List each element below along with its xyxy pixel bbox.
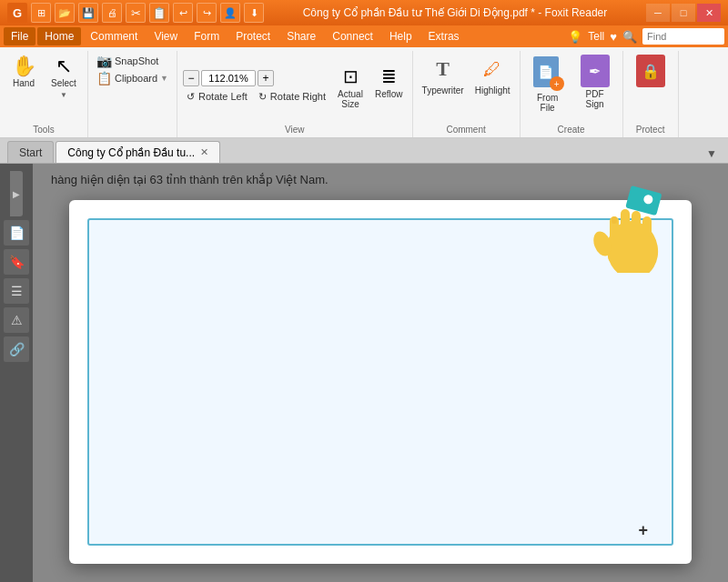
ribbon-group-comment: T Typewriter 🖊 Highlight Comment	[413, 51, 521, 137]
clipboard-arrow-icon: ▼	[160, 74, 168, 83]
rotate-left-label: Rotate Left	[198, 91, 248, 102]
main-area: ▶ 📄 🔖 ☰ ⚠ 🔗 hàng hiện diện tại 63 tỉnh t…	[0, 164, 728, 582]
undo-btn[interactable]: ↩	[173, 3, 193, 23]
pdf-sign-label: PDFSign	[586, 89, 604, 109]
view-group-label: View	[285, 123, 305, 137]
print-btn[interactable]: 🖨	[102, 3, 122, 23]
rotate-right-label: Rotate Right	[270, 91, 326, 102]
menu-connect[interactable]: Connect	[325, 27, 380, 45]
title-bar: G ⊞ 📂 💾 🖨 ✂ 📋 ↩ ↪ 👤 ⬇ Công ty Cổ phần Đầ…	[0, 0, 728, 25]
tb-icon6[interactable]: 📋	[149, 3, 169, 23]
tab-document-label: Công ty Cổ phần Đầu tu...	[67, 146, 195, 159]
view-large-btns: ⊡ ActualSize ≣ Reflow	[333, 62, 407, 113]
comment-content: T Typewriter 🖊 Highlight	[419, 51, 514, 123]
ribbon-group-tools: ✋ Hand ↖ Select ▼ Tools	[0, 51, 88, 137]
tab-start[interactable]: Start	[7, 141, 54, 163]
menu-form[interactable]: Form	[187, 27, 227, 45]
zoom-in-btn[interactable]: +	[258, 70, 274, 86]
maximize-btn[interactable]: □	[672, 4, 695, 22]
menu-share[interactable]: Share	[279, 27, 323, 45]
tabs-bar: Start Công ty Cổ phần Đầu tu... ✕ ▼	[0, 138, 728, 164]
tab-start-label: Start	[19, 146, 42, 159]
tell-label[interactable]: Tell	[588, 30, 604, 43]
tab-scroll-icon[interactable]: ▼	[703, 145, 721, 163]
sidebar-icon-bookmark[interactable]: 🔖	[4, 249, 29, 275]
open-btn[interactable]: 📂	[55, 3, 75, 23]
menu-view[interactable]: View	[147, 27, 185, 45]
menu-help[interactable]: Help	[382, 27, 420, 45]
sidebar-collapse-btn[interactable]: ▶	[10, 171, 23, 216]
text-area-input[interactable]	[87, 218, 673, 546]
pdf-sign-button[interactable]: ✒ PDFSign	[573, 53, 617, 111]
redo-btn[interactable]: ↪	[197, 3, 217, 23]
reflow-button[interactable]: ≣ Reflow	[371, 62, 407, 113]
page-text-area: hàng hiện diện tại 63 tỉnh thành trên kh…	[33, 164, 728, 196]
rotate-row: ↺ Rotate Left ↻ Rotate Right	[183, 89, 329, 105]
highlight-icon: 🖊	[478, 55, 507, 84]
tools-content: ✋ Hand ↖ Select ▼	[5, 51, 82, 123]
protect-button[interactable]: 🔒	[629, 53, 672, 101]
snapshot-group-label	[131, 123, 134, 137]
menu-protect[interactable]: Protect	[228, 27, 278, 45]
menu-extras[interactable]: Extras	[421, 27, 467, 45]
select-arrow-icon: ▼	[60, 91, 67, 99]
window-controls: ─ □ ✕	[646, 4, 721, 22]
from-file-plus-icon: +	[550, 76, 564, 91]
typewriter-button[interactable]: T Typewriter	[419, 53, 468, 97]
menu-comment[interactable]: Comment	[83, 27, 145, 45]
menu-bar: File Home Comment View Form Protect Shar…	[0, 25, 728, 47]
actual-size-icon: ⊡	[343, 65, 359, 87]
snapshot-button[interactable]: 📷 SnapShot	[94, 53, 171, 69]
from-file-button[interactable]: 📄 + FromFile	[526, 53, 570, 115]
highlight-button[interactable]: 🖊 Highlight	[471, 53, 514, 97]
rotate-right-button[interactable]: ↻ Rotate Right	[255, 89, 329, 105]
sidebar-icon-layers[interactable]: ☰	[4, 278, 29, 304]
text-input-modal: +	[69, 200, 692, 564]
protect-group-label: Protect	[636, 123, 665, 137]
search-icon: 🔍	[622, 30, 637, 44]
rotate-left-icon: ↺	[187, 91, 195, 103]
clipboard-label: Clipboard	[115, 73, 157, 84]
actual-size-button[interactable]: ⊡ ActualSize	[333, 62, 368, 113]
sidebar-icon-alert[interactable]: ⚠	[4, 307, 29, 333]
sidebar-icon-page[interactable]: 📄	[4, 220, 29, 246]
ribbon-group-create: 📄 + FromFile ✒ PDFSign Create	[521, 51, 623, 137]
close-btn[interactable]: ✕	[697, 4, 721, 22]
from-file-icon-container: 📄 +	[531, 55, 564, 91]
protect-label	[649, 89, 652, 99]
tab-document[interactable]: Công ty Cổ phần Đầu tu... ✕	[56, 141, 220, 163]
tb-icon10[interactable]: ⬇	[244, 3, 264, 23]
create-content: 📄 + FromFile ✒ PDFSign	[526, 51, 617, 123]
save-btn[interactable]: 💾	[78, 3, 98, 23]
search-input[interactable]	[642, 28, 724, 45]
menu-right: 💡 Tell ♥ 🔍	[568, 28, 724, 45]
pdf-sign-icon: ✒	[581, 55, 610, 87]
hand-button[interactable]: ✋ Hand	[5, 53, 42, 93]
from-file-label: FromFile	[537, 93, 558, 113]
reflow-label: Reflow	[375, 89, 403, 99]
create-group-label: Create	[558, 123, 585, 137]
ribbon-group-protect: 🔒 Protect	[623, 51, 679, 137]
menu-file[interactable]: File	[4, 27, 35, 45]
ribbon-group-snapshot: 📷 SnapShot 📋 Clipboard ▼	[88, 51, 177, 137]
zoom-input[interactable]	[201, 70, 256, 86]
zoom-out-btn[interactable]: −	[183, 70, 199, 86]
rotate-right-icon: ↻	[258, 91, 267, 103]
hand-label: Hand	[13, 78, 35, 89]
tab-close-btn[interactable]: ✕	[200, 146, 208, 158]
ribbon-group-view: − + ↺ Rotate Left ↻ Rotate Right	[177, 51, 413, 137]
rotate-left-button[interactable]: ↺ Rotate Left	[183, 89, 251, 105]
hand-icon: ✋	[12, 56, 36, 76]
select-button[interactable]: ↖ Select ▼	[46, 53, 82, 103]
title-bar-icons: G ⊞ 📂 💾 🖨 ✂ 📋 ↩ ↪ 👤 ⬇	[7, 3, 264, 23]
highlight-label: Highlight	[475, 85, 511, 95]
sidebar-icon-link[interactable]: 🔗	[4, 336, 29, 362]
minimize-btn[interactable]: ─	[646, 4, 670, 22]
new-btn[interactable]: ⊞	[31, 3, 51, 23]
resize-plus-icon: +	[638, 521, 648, 540]
tb-icon5[interactable]: ✂	[126, 3, 146, 23]
clipboard-button[interactable]: 📋 Clipboard ▼	[94, 70, 171, 86]
menu-home[interactable]: Home	[37, 27, 81, 45]
protect-content: 🔒	[629, 51, 672, 123]
user-btn[interactable]: 👤	[220, 3, 240, 23]
